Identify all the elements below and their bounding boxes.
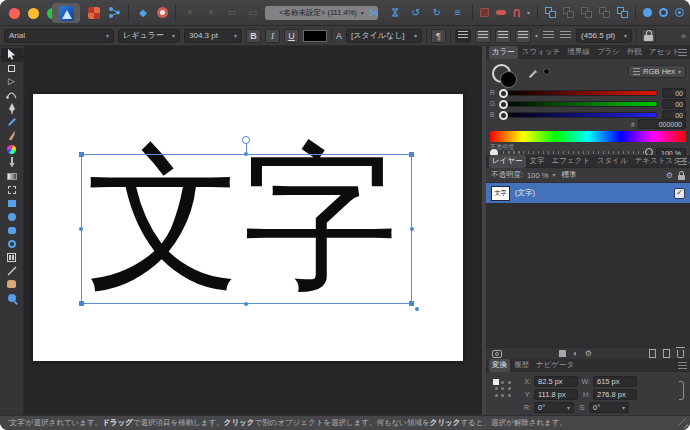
flip-vertical-icon[interactable]: ⋈ [387, 6, 402, 20]
export-persona-icon[interactable] [107, 5, 121, 20]
selection-handle-top-right[interactable] [409, 152, 414, 157]
layers-list-empty-area[interactable] [486, 203, 690, 347]
new-group-icon[interactable] [663, 349, 670, 358]
anchor-point-selector[interactable] [493, 379, 513, 399]
rectangle-tool[interactable] [1, 197, 23, 211]
bullet-list-icon[interactable] [543, 31, 554, 40]
fill-layer-icon[interactable] [559, 350, 566, 357]
fill-color-well[interactable] [500, 71, 517, 88]
rotation-handle[interactable] [242, 136, 250, 144]
layer-row[interactable]: 文字 (文字) ✓ [486, 183, 690, 203]
ellipse-tool[interactable] [1, 210, 23, 224]
underline-button[interactable]: U [284, 29, 299, 43]
line-tool[interactable] [1, 264, 23, 278]
layer-thumbnail[interactable]: 文字 [491, 186, 510, 201]
selection-handle-bottom-right[interactable] [409, 301, 414, 306]
transform-panel-tab[interactable]: 変換 [489, 359, 510, 372]
new-layer-icon[interactable] [649, 349, 656, 358]
selection-handle-top-mid[interactable] [244, 152, 248, 156]
bold-button[interactable]: B [246, 29, 261, 43]
selection-handle-corner-dot[interactable] [415, 307, 419, 311]
pencil-tool[interactable] [1, 116, 23, 130]
hex-value-field[interactable]: 000000 [638, 119, 686, 129]
vector-brush-tool[interactable] [1, 129, 23, 143]
insert-behind-icon[interactable] [659, 8, 668, 17]
panel-menu-icon[interactable] [678, 158, 687, 165]
pixel-persona-icon[interactable] [88, 7, 100, 19]
font-size-combo[interactable]: 304.3 pt ▾ [184, 29, 242, 43]
diamond-icon[interactable]: ◆ [136, 5, 150, 20]
transform-panel-tab[interactable]: ナビゲータ [533, 359, 577, 372]
blue-slider[interactable] [500, 112, 658, 118]
green-slider-knob[interactable] [499, 100, 508, 109]
rounded-rectangle-tool[interactable] [1, 224, 23, 238]
pen-tool[interactable] [1, 102, 23, 116]
panel-menu-icon[interactable] [678, 49, 687, 56]
lock-icon[interactable] [678, 171, 685, 180]
color-panel-tab[interactable]: 外観 [624, 46, 645, 59]
artboard-tool[interactable] [1, 62, 23, 76]
link-wh-icon[interactable] [679, 381, 684, 400]
transform-panel-tab[interactable]: 履歴 [511, 359, 532, 372]
color-panel-tab[interactable]: カラー [489, 46, 518, 59]
layers-panel-tab[interactable]: レイヤー [489, 155, 526, 168]
align-right-button[interactable] [495, 29, 511, 43]
layers-opacity-value[interactable]: 100 % [527, 171, 548, 180]
color-mode-dropdown[interactable]: RGB Hex ▾ [628, 65, 686, 78]
gradient-tool[interactable] [1, 170, 23, 184]
secondary-color-dot[interactable] [543, 68, 550, 75]
designer-persona-button[interactable] [52, 3, 80, 23]
rotate-cw-icon[interactable]: ↻ [430, 5, 444, 20]
rotation-field[interactable]: 0° ▾ [534, 402, 574, 413]
w-field[interactable]: 615 px [593, 376, 637, 387]
chevron-down-icon[interactable]: ▾ [535, 33, 538, 39]
selection-handle-mid-right[interactable] [410, 227, 414, 231]
window-resize-grip[interactable] [678, 418, 688, 428]
canvas-viewport[interactable]: 文字 [24, 46, 482, 415]
eyedropper-icon[interactable] [528, 65, 538, 83]
view-tool[interactable] [1, 278, 23, 292]
leading-combo[interactable]: (456.5 pt) ▾ [576, 29, 632, 43]
snapping-grid-icon[interactable] [480, 8, 489, 17]
selection-handle-mid-left[interactable] [79, 227, 83, 231]
duplicate-icon[interactable] [617, 7, 628, 18]
minimize-window-button[interactable] [28, 8, 39, 19]
blue-slider-knob[interactable] [499, 111, 508, 120]
prohibit-icon[interactable] [157, 7, 168, 18]
green-slider[interactable] [500, 101, 658, 107]
layer-visibility-checkbox[interactable]: ✓ [674, 188, 685, 199]
document-title-dropdown[interactable]: <名称未設定> (111.4%) ▾ [265, 6, 378, 20]
adjustment-layer-icon[interactable]: ◐ [573, 349, 578, 358]
red-slider[interactable] [500, 90, 658, 96]
selection-handle-bottom-mid[interactable] [244, 302, 248, 306]
h-field[interactable]: 276.8 px [593, 389, 637, 400]
show-special-characters-button[interactable]: ¶ [431, 29, 446, 43]
insert-inside-icon[interactable] [675, 8, 684, 17]
snapping-candidates-icon[interactable] [496, 10, 506, 15]
delete-layer-icon[interactable] [677, 350, 684, 358]
text-color-swatch[interactable] [303, 30, 327, 42]
y-field[interactable]: 111.8 px [534, 389, 578, 400]
move-tool[interactable] [1, 48, 23, 62]
align-center-button[interactable] [475, 29, 491, 43]
green-value[interactable]: 00 [662, 99, 686, 109]
close-window-button[interactable] [9, 8, 20, 19]
layer-name[interactable]: (文字) [515, 188, 535, 198]
lock-button[interactable] [641, 29, 656, 43]
layers-panel-tab[interactable]: スタイル [594, 155, 631, 168]
mask-layer-icon[interactable] [492, 350, 502, 358]
node-tool[interactable]: ▷ [1, 75, 23, 89]
gear-icon[interactable]: ⚙ [666, 171, 673, 180]
panel-menu-icon[interactable] [678, 362, 687, 369]
blue-value[interactable]: 00 [662, 110, 686, 120]
chevron-down-icon[interactable]: ▾ [527, 10, 530, 16]
transparency-tool[interactable] [1, 156, 23, 170]
hue-strip[interactable] [490, 131, 686, 142]
insert-on-top-icon[interactable] [643, 8, 652, 17]
align-left-button[interactable] [455, 29, 471, 43]
font-family-combo[interactable]: Arial ▾ [4, 29, 114, 43]
color-panel-tab[interactable]: 境界線 [564, 46, 593, 59]
italic-button[interactable]: I [265, 29, 280, 43]
font-style-combo[interactable]: レギュラー ▾ [118, 29, 180, 43]
shear-field[interactable]: 0° ▾ [589, 402, 629, 413]
